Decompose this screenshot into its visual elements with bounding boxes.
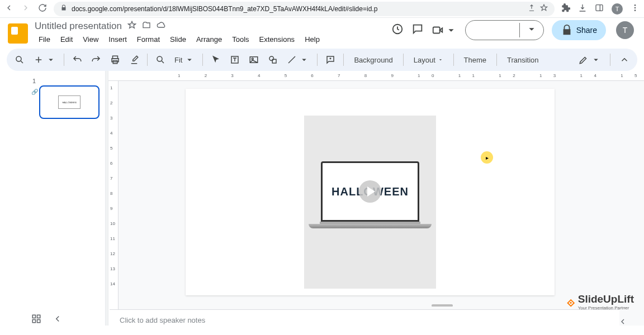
prev-slide-icon[interactable] [53, 314, 63, 326]
menu-insert[interactable]: Insert [105, 34, 131, 45]
menu-slide[interactable]: Slide [166, 34, 190, 45]
lock-icon [60, 4, 67, 13]
doc-title[interactable]: Untitled presentation [35, 21, 122, 32]
browser-menu-icon[interactable] [631, 3, 640, 15]
comment-add-icon[interactable] [322, 52, 339, 67]
svg-rect-18 [32, 320, 35, 323]
line-icon[interactable] [283, 52, 312, 67]
laptop-graphic: HALLOWEEN [309, 161, 432, 228]
download-icon[interactable] [578, 3, 587, 15]
history-icon[interactable] [391, 23, 404, 37]
textbox-icon[interactable] [226, 52, 243, 67]
slides-app-icon[interactable] [8, 23, 28, 44]
move-icon[interactable] [142, 21, 151, 32]
layout-button[interactable]: Layout [408, 54, 449, 66]
horizontal-ruler: 1 2 3 4 5 6 7 8 9 10 11 12 13 14 15 16 1… [108, 71, 644, 81]
star-doc-icon[interactable] [127, 21, 136, 32]
menu-tools[interactable]: Tools [228, 34, 253, 45]
meet-icon[interactable] [432, 24, 457, 36]
vertical-ruler: 1234567891011121314 [108, 81, 119, 326]
star-icon[interactable] [540, 4, 548, 13]
svg-rect-0 [596, 4, 603, 11]
menu-arrange[interactable]: Arrange [192, 34, 226, 45]
collapse-toolbar-icon[interactable] [616, 52, 633, 67]
explore-grid-icon[interactable] [31, 314, 41, 326]
slide-canvas[interactable]: HALLOWEEN [186, 89, 555, 295]
slideshow-dropdown[interactable] [519, 23, 543, 37]
svg-rect-5 [433, 27, 440, 34]
filmstrip: 1 HALLOWEEN 🔗 [0, 71, 105, 326]
shape-icon[interactable] [264, 52, 281, 67]
svg-point-3 [634, 9, 636, 11]
undo-icon[interactable] [69, 52, 86, 67]
resize-handle[interactable] [432, 304, 453, 307]
search-menus-icon[interactable] [11, 52, 28, 67]
attachment-icon: 🔗 [31, 89, 38, 95]
zoom-select[interactable]: Fit [171, 52, 198, 67]
menu-bar: File Edit View Insert Format Slide Arran… [35, 34, 391, 45]
share-button[interactable]: Share [552, 20, 606, 40]
forward-icon[interactable] [21, 3, 30, 15]
cloud-icon[interactable] [157, 21, 165, 32]
slide-number: 1 [32, 78, 36, 84]
print-icon[interactable] [107, 52, 124, 67]
new-slide-button[interactable] [30, 52, 59, 67]
browser-bar: docs.google.com/presentation/d/18lWMijSl… [0, 0, 644, 18]
svg-point-10 [157, 56, 162, 61]
svg-point-14 [269, 56, 274, 61]
zoom-out-icon[interactable] [152, 52, 169, 67]
svg-rect-16 [32, 315, 35, 318]
theme-button[interactable]: Theme [458, 54, 492, 66]
speaker-notes-placeholder: Click to add speaker notes [120, 316, 205, 324]
reload-icon[interactable] [38, 3, 47, 15]
menu-format[interactable]: Format [133, 34, 164, 45]
svg-point-1 [634, 4, 636, 6]
address-bar[interactable]: docs.google.com/presentation/d/18lWMijSl… [54, 2, 555, 16]
svg-point-6 [16, 56, 21, 61]
select-tool-icon[interactable] [207, 52, 224, 67]
pen-mode-icon[interactable] [575, 52, 604, 67]
url-text: docs.google.com/presentation/d/18lWMijSl… [72, 5, 377, 13]
paint-icon[interactable] [126, 52, 143, 67]
menu-help[interactable]: Help [301, 34, 324, 45]
watermark-logo: ⟐ SlideUpLift Your Presentation Partner [567, 293, 634, 310]
speaker-notes[interactable]: Click to add speaker notes [110, 309, 619, 331]
toolbar: Fit Background Layout Theme Transition [7, 49, 637, 71]
cursor-highlight: ▸ [481, 151, 493, 164]
menu-extensions[interactable]: Extensions [255, 34, 299, 45]
menu-edit[interactable]: Edit [56, 34, 77, 45]
menu-view[interactable]: View [79, 34, 102, 45]
browser-avatar[interactable]: T [612, 3, 623, 15]
account-avatar[interactable]: T [616, 21, 634, 39]
svg-point-13 [252, 58, 254, 60]
background-button[interactable]: Background [348, 54, 398, 66]
next-slide-icon[interactable] [618, 317, 627, 328]
video-object[interactable]: HALLOWEEN [304, 116, 436, 289]
svg-point-2 [634, 7, 636, 8]
extension-icon[interactable] [561, 3, 570, 15]
svg-rect-19 [37, 320, 40, 323]
svg-rect-17 [37, 315, 40, 318]
share-page-icon[interactable] [528, 4, 536, 13]
image-icon[interactable] [245, 52, 262, 67]
slide-viewport[interactable]: HALLOWEEN ▸ [119, 81, 644, 326]
slide-thumbnail[interactable]: HALLOWEEN [39, 85, 100, 119]
panel-icon[interactable] [595, 3, 604, 15]
play-icon[interactable] [359, 180, 381, 203]
comments-icon[interactable] [411, 23, 424, 37]
back-icon[interactable] [4, 3, 13, 15]
redo-icon[interactable] [88, 52, 105, 67]
slideshow-button[interactable]: Slideshow [465, 20, 544, 40]
transition-button[interactable]: Transition [501, 54, 544, 66]
menu-file[interactable]: File [35, 34, 54, 45]
